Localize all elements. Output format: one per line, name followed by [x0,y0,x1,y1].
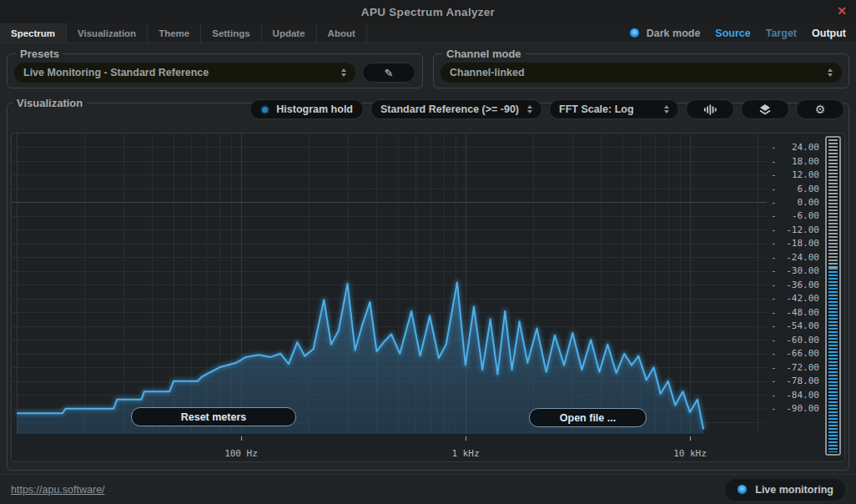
x-axis-label: 10 kHz [661,448,719,459]
histogram-hold-label: Histogram hold [276,103,353,115]
y-axis-label-row: --12.00 [767,224,819,236]
y-axis-label: -78.00 [786,375,819,386]
y-axis-tick: - [771,320,777,331]
reset-meters-button[interactable]: Reset meters [131,407,296,426]
preset-select[interactable]: Live Monitoring - Standard Reference [14,63,355,83]
y-axis-label-row: --18.00 [767,237,819,249]
open-file-button[interactable]: Open file ... [529,408,647,427]
y-axis-tick: - [771,307,777,318]
plot-column: Reset meters Open file ... 100 Hz1 kHz10… [12,134,767,461]
y-axis-tick: - [771,293,777,304]
dark-mode-toggle[interactable]: Dark mode [629,28,701,39]
channel-mode-legend: Channel mode [442,48,526,60]
mode-target[interactable]: Target [766,28,797,39]
live-monitoring-radio-icon[interactable] [737,484,748,495]
pencil-icon: ✎ [385,67,394,79]
tab-update[interactable]: Update [262,23,317,43]
visualization-toolbar: Histogram hold Standard Reference (>= -9… [249,99,844,119]
presets-legend: Presets [16,48,63,60]
channel-mode-group: Channel mode Channel-linked [433,48,849,88]
layers-view-button[interactable] [741,99,789,119]
y-axis-label: 6.00 [798,184,820,194]
edit-preset-button[interactable]: ✎ [362,63,415,83]
plot-area[interactable]: Reset meters Open file ... [12,134,767,434]
tabbar-right-controls: Dark mode Source Target Output [629,23,856,43]
channel-mode-select-value: Channel-linked [450,67,525,78]
dark-mode-radio-icon[interactable] [629,28,640,38]
y-axis-tick: - [771,403,777,414]
meter-blue-segments [828,268,838,452]
histogram-view-button[interactable] [686,99,734,119]
y-axis-label-row: -12.00 [767,169,819,181]
y-axis-tick: - [771,348,777,359]
y-axis-tick: - [771,184,777,194]
website-link[interactable]: https://apu.software/ [11,484,105,496]
tab-settings[interactable]: Settings [201,23,261,43]
y-axis-tick: - [771,362,777,373]
y-axis-label-row: --24.00 [767,251,819,264]
y-axis-label-row: --48.00 [767,306,819,319]
y-axis-tick: - [771,197,777,208]
gear-icon: ⚙ [815,103,826,115]
y-axis-tick: - [771,335,777,345]
x-axis: 100 Hz1 kHz10 kHz [12,434,767,461]
reference-select-value: Standard Reference (>= -90) [380,103,519,115]
histogram-icon [703,103,717,116]
channel-mode-select[interactable]: Channel-linked [441,63,842,83]
window-title: APU Spectrum Analyzer [361,6,495,18]
x-axis-label: 1 kHz [436,448,495,459]
fft-scale-select-value: FFT Scale: Log [559,103,634,115]
y-axis-label: -72.00 [786,362,819,373]
y-axis-tick: - [771,265,777,276]
live-monitoring-toggle[interactable]: Live monitoring [725,479,845,501]
y-axis-label: 24.00 [792,142,819,153]
tab-spectrum[interactable]: Spectrum [0,23,67,43]
histogram-hold-radio-icon[interactable] [260,105,269,114]
tab-bar: SpectrumVisualizationThemeSettingsUpdate… [0,23,856,43]
tab-about[interactable]: About [317,23,367,43]
y-axis-label: -60.00 [786,335,819,345]
status-bar: https://apu.software/ Live monitoring [0,474,856,504]
y-axis-label: -6.00 [792,210,819,221]
tab-strip: SpectrumVisualizationThemeSettingsUpdate… [0,23,367,43]
y-axis-label: -90.00 [786,403,819,414]
y-axis-gutter: -24.00-18.00-12.00-6.00-0.00--6.00--12.0… [767,134,844,461]
y-axis-label-row: --30.00 [767,265,819,277]
y-axis-label: -12.00 [786,224,819,235]
spinner-icon [664,105,669,113]
title-bar: APU Spectrum Analyzer ✕ [0,0,856,23]
y-axis-label-row: --72.00 [767,361,819,374]
y-axis-tick: - [771,156,777,167]
y-axis-label: -42.00 [786,293,819,304]
spinner-icon [341,68,346,77]
y-axis-label: -24.00 [786,252,819,263]
visualization-group: Visualization Histogram hold Standard Re… [7,97,849,471]
y-axis-label-row: --60.00 [767,334,819,346]
y-axis-label-row: --66.00 [767,347,819,360]
reference-select[interactable]: Standard Reference (>= -90) [370,99,542,119]
mode-source[interactable]: Source [715,28,750,39]
y-axis-label: -18.00 [786,238,819,249]
level-meter[interactable] [825,136,841,456]
x-axis-tick [241,436,242,441]
tab-theme[interactable]: Theme [148,23,201,43]
spinner-icon [527,105,532,113]
meter-gray-segments [828,139,838,268]
y-axis-label-row: -24.00 [767,141,819,154]
tab-visualization[interactable]: Visualization [67,23,148,43]
y-axis-tick: - [771,252,777,263]
settings-button[interactable]: ⚙ [796,99,844,119]
y-axis-tick: - [771,142,777,153]
y-axis-label-row: --90.00 [767,402,819,415]
close-icon[interactable]: ✕ [837,3,847,18]
mode-output[interactable]: Output [812,28,846,39]
y-axis-label-row: -6.00 [767,183,819,195]
histogram-hold-toggle[interactable]: Histogram hold [249,99,364,119]
y-axis-label: -66.00 [786,348,819,359]
y-axis-label-row: --42.00 [767,292,819,305]
y-axis-label-row: -18.00 [767,155,819,168]
x-axis-tick [690,436,691,441]
fft-scale-select[interactable]: FFT Scale: Log [549,99,679,119]
x-axis-tick [466,436,466,441]
presets-group: Presets Live Monitoring - Standard Refer… [7,48,423,88]
